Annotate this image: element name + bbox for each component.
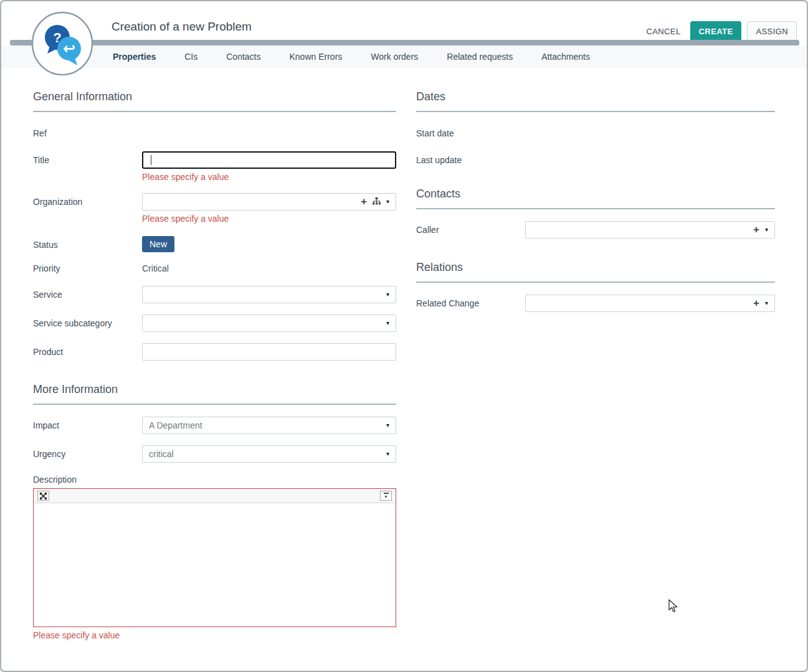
form-content: General Information Ref Title Please spe… xyxy=(1,68,807,671)
tab-properties[interactable]: Properties xyxy=(113,52,156,62)
assign-button[interactable]: ASSIGN xyxy=(747,21,797,42)
svg-text:↩: ↩ xyxy=(63,40,75,57)
field-ref: Ref xyxy=(33,125,396,138)
mouse-cursor xyxy=(668,599,680,615)
urgency-label: Urgency xyxy=(33,445,142,463)
product-label: Product xyxy=(33,343,142,361)
chevron-down-icon: ▾ xyxy=(386,451,389,457)
field-title: Title Please specify a value xyxy=(33,151,396,182)
ref-label: Ref xyxy=(33,125,142,138)
caller-input[interactable]: + ▾ xyxy=(525,221,775,239)
field-service-subcategory: Service subcategory ▾ xyxy=(33,315,396,332)
field-related-change: Related Change + ▾ xyxy=(416,295,775,312)
service-label: Service xyxy=(33,286,142,303)
description-editor[interactable]: ▼ xyxy=(33,488,396,627)
chevron-down-icon: ▾ xyxy=(386,320,389,326)
status-badge: New xyxy=(142,236,174,252)
organization-label: Organization xyxy=(33,193,142,224)
maximize-icon[interactable] xyxy=(37,491,49,501)
service-select[interactable]: ▾ xyxy=(142,286,396,303)
product-input[interactable] xyxy=(142,343,396,361)
field-last-update: Last update xyxy=(416,151,775,165)
field-product: Product xyxy=(33,343,396,361)
impact-value: A Department xyxy=(149,420,202,430)
priority-value: Critical xyxy=(142,260,396,273)
related-change-label: Related Change xyxy=(416,295,525,312)
urgency-select[interactable]: critical ▾ xyxy=(142,445,396,463)
status-label: Status xyxy=(33,236,142,252)
field-urgency: Urgency critical ▾ xyxy=(33,445,396,463)
hierarchy-icon[interactable] xyxy=(373,197,381,207)
start-date-label: Start date xyxy=(416,125,525,138)
section-contacts: Contacts xyxy=(416,187,775,209)
impact-select[interactable]: A Department ▾ xyxy=(142,417,396,434)
header-divider-bar xyxy=(10,40,799,45)
tab-related-requests[interactable]: Related requests xyxy=(447,52,513,62)
description-error: Please specify a value xyxy=(33,630,396,640)
right-column: Dates Start date Last update Contacts Ca… xyxy=(416,68,775,671)
tab-cis[interactable]: CIs xyxy=(184,52,197,62)
related-change-input[interactable]: + ▾ xyxy=(525,295,775,312)
organization-error: Please specify a value xyxy=(142,214,396,224)
chevron-down-icon: ▾ xyxy=(386,422,389,428)
chevron-down-icon: ▾ xyxy=(386,291,389,298)
section-relations: Relations xyxy=(416,261,775,283)
field-status: Status New xyxy=(33,236,396,252)
chevron-down-icon[interactable]: ▾ xyxy=(765,227,768,233)
add-caller-icon[interactable]: + xyxy=(753,224,759,235)
description-editor-toolbar: ▼ xyxy=(34,489,396,503)
impact-label: Impact xyxy=(33,417,142,434)
field-start-date: Start date xyxy=(416,125,775,138)
left-column: General Information Ref Title Please spe… xyxy=(33,68,396,671)
cancel-button[interactable]: CANCEL xyxy=(642,22,684,41)
create-button[interactable]: CREATE xyxy=(690,21,742,42)
text-caret xyxy=(151,155,151,165)
field-service: Service ▾ xyxy=(33,286,396,303)
urgency-value: critical xyxy=(149,449,174,459)
problem-creation-window: Creation of a new Problem CANCEL CREATE … xyxy=(0,0,808,672)
service-subcategory-select[interactable]: ▾ xyxy=(142,315,396,332)
problem-class-icon: ? ↩ xyxy=(31,11,93,76)
title-error: Please specify a value xyxy=(142,172,396,182)
chevron-down-icon[interactable]: ▾ xyxy=(386,199,389,205)
toolbar-collapse-icon[interactable]: ▼ xyxy=(380,491,392,501)
description-label: Description xyxy=(33,475,396,485)
field-priority: Priority Critical xyxy=(33,260,396,273)
last-update-label: Last update xyxy=(416,151,525,165)
section-more-information: More Information xyxy=(33,383,396,405)
section-dates: Dates xyxy=(416,90,775,112)
tab-bar: Properties CIs Contacts Known Errors Wor… xyxy=(1,45,807,68)
service-subcategory-label: Service subcategory xyxy=(33,315,142,332)
tab-attachments[interactable]: Attachments xyxy=(541,52,590,62)
priority-label: Priority xyxy=(33,260,142,273)
field-caller: Caller + ▾ xyxy=(416,221,775,239)
field-organization: Organization + xyxy=(33,193,396,224)
field-impact: Impact A Department ▾ xyxy=(33,417,396,434)
tab-work-orders[interactable]: Work orders xyxy=(371,52,418,62)
header-actions: CANCEL CREATE ASSIGN xyxy=(642,21,797,42)
title-input[interactable] xyxy=(142,151,396,169)
add-related-change-icon[interactable]: + xyxy=(753,298,759,308)
caller-label: Caller xyxy=(416,221,525,239)
organization-input[interactable]: + ▾ xyxy=(142,193,396,211)
title-label: Title xyxy=(33,151,142,182)
page-title: Creation of a new Problem xyxy=(112,20,252,34)
description-editor-body[interactable] xyxy=(34,503,396,627)
tab-known-errors[interactable]: Known Errors xyxy=(290,52,343,62)
add-organization-icon[interactable]: + xyxy=(361,196,367,207)
tab-contacts[interactable]: Contacts xyxy=(226,52,260,62)
chevron-down-icon[interactable]: ▾ xyxy=(765,300,768,306)
section-general-information: General Information xyxy=(33,90,396,112)
